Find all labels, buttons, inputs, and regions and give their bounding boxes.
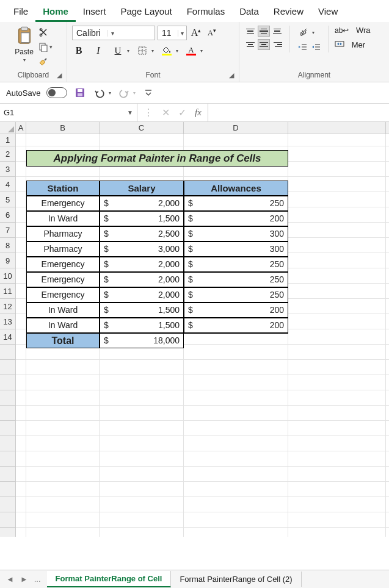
qat-customize-icon[interactable] bbox=[142, 86, 155, 99]
row-header[interactable]: 3 bbox=[0, 162, 16, 177]
chevron-down-icon[interactable]: ▾ bbox=[312, 30, 314, 35]
tab-insert[interactable]: Insert bbox=[76, 4, 114, 22]
cell-salary[interactable]: $3,000 bbox=[100, 242, 184, 257]
row-header[interactable] bbox=[0, 345, 16, 360]
tab-review[interactable]: Review bbox=[266, 4, 311, 22]
enter-formula-icon[interactable]: ✓ bbox=[178, 107, 186, 118]
underline-button[interactable]: U bbox=[111, 44, 125, 57]
select-all-triangle[interactable] bbox=[0, 122, 16, 134]
column-header[interactable]: C bbox=[100, 122, 184, 134]
row-header[interactable] bbox=[0, 451, 16, 467]
row-header[interactable]: 14 bbox=[0, 329, 16, 345]
tab-view[interactable]: View bbox=[311, 4, 345, 22]
wrap-text-button[interactable]: ab↩ Wra bbox=[335, 26, 371, 35]
column-header[interactable]: A bbox=[16, 122, 26, 134]
chevron-down-icon[interactable]: ▼ bbox=[127, 109, 133, 116]
total-label[interactable]: Total bbox=[26, 333, 100, 348]
cell-salary[interactable]: $2,500 bbox=[100, 226, 184, 242]
row-header[interactable] bbox=[0, 421, 16, 436]
chevron-down-icon[interactable]: ▾ bbox=[176, 48, 178, 54]
cell-station[interactable]: Emergency bbox=[26, 257, 100, 272]
row-header[interactable]: 1 bbox=[0, 134, 16, 146]
formula-bar[interactable] bbox=[208, 104, 389, 121]
row-header[interactable]: 5 bbox=[0, 192, 16, 207]
row-header[interactable] bbox=[0, 528, 16, 537]
copy-icon[interactable]: ▾ bbox=[38, 40, 53, 54]
row-header[interactable]: 4 bbox=[0, 177, 16, 192]
cell-allowance[interactable]: $200 bbox=[184, 211, 288, 226]
row-header[interactable] bbox=[0, 512, 16, 528]
chevron-down-icon[interactable]: ▾ bbox=[127, 48, 129, 54]
paste-label[interactable]: Paste bbox=[15, 48, 34, 56]
row-header[interactable]: 6 bbox=[0, 207, 16, 223]
cell-station[interactable]: Pharmacy bbox=[26, 226, 100, 242]
italic-button[interactable]: I bbox=[92, 44, 105, 57]
sheet-tab-active[interactable]: Format PainterRange of Cell bbox=[47, 571, 172, 587]
cell-station[interactable]: In Ward bbox=[26, 303, 100, 318]
autosave-toggle[interactable] bbox=[46, 87, 67, 98]
total-salary[interactable]: $18,000 bbox=[100, 333, 184, 348]
tab-file[interactable]: File bbox=[6, 4, 35, 22]
orientation-icon[interactable]: ab bbox=[296, 26, 310, 39]
header-station[interactable]: Station bbox=[26, 181, 100, 196]
font-name-select[interactable]: Calibri▾ bbox=[72, 26, 155, 40]
tab-formulas[interactable]: Formulas bbox=[180, 4, 233, 22]
align-right-icon[interactable] bbox=[271, 39, 283, 50]
row-header[interactable]: 10 bbox=[0, 268, 16, 284]
row-header[interactable] bbox=[0, 375, 16, 390]
cell-allowance[interactable]: $250 bbox=[184, 272, 288, 287]
worksheet-grid[interactable]: ABCD 1234567891011121314 Applying Format… bbox=[0, 122, 389, 537]
next-sheet-icon[interactable]: ► bbox=[20, 575, 28, 584]
tab-home[interactable]: Home bbox=[35, 4, 76, 22]
row-header[interactable]: 2 bbox=[0, 146, 16, 162]
row-header[interactable] bbox=[0, 467, 16, 482]
cancel-formula-icon[interactable]: ✕ bbox=[162, 107, 170, 118]
save-icon[interactable] bbox=[73, 86, 87, 99]
header-allowances[interactable]: Allowances bbox=[184, 181, 288, 196]
format-painter-icon[interactable] bbox=[38, 55, 53, 68]
chevron-down-icon[interactable]: ▾ bbox=[178, 30, 186, 37]
cell-allowance[interactable]: $250 bbox=[184, 287, 288, 303]
cell-station[interactable]: Emergency bbox=[26, 272, 100, 287]
align-middle-icon[interactable] bbox=[258, 26, 270, 37]
row-header[interactable]: 9 bbox=[0, 253, 16, 268]
tab-data[interactable]: Data bbox=[232, 4, 266, 22]
chevron-down-icon[interactable]: ▾ bbox=[107, 30, 118, 37]
paste-icon[interactable] bbox=[14, 26, 35, 46]
fill-color-icon[interactable] bbox=[160, 44, 173, 57]
increase-indent-icon[interactable] bbox=[310, 41, 322, 52]
cell-station[interactable]: In Ward bbox=[26, 211, 100, 226]
column-header[interactable] bbox=[288, 122, 386, 134]
total-allow-blank[interactable] bbox=[184, 333, 288, 348]
table-title[interactable]: Applying Format Painter in Range of Cell… bbox=[26, 150, 288, 167]
cell-salary[interactable]: $1,500 bbox=[100, 303, 184, 318]
row-header[interactable] bbox=[0, 406, 16, 421]
cell-salary[interactable]: $2,000 bbox=[100, 272, 184, 287]
font-size-select[interactable]: 11▾ bbox=[158, 26, 187, 40]
paste-dropdown-icon[interactable]: ▾ bbox=[23, 57, 26, 63]
fx-icon[interactable]: fx bbox=[195, 107, 202, 118]
cell-salary[interactable]: $2,000 bbox=[100, 287, 184, 303]
name-box[interactable]: G1▼ bbox=[0, 104, 137, 121]
cell-salary[interactable]: $1,500 bbox=[100, 318, 184, 333]
sheet-tab-2[interactable]: Format PainterRange of Cell (2) bbox=[171, 572, 301, 587]
font-color-icon[interactable]: A bbox=[184, 44, 198, 57]
row-header[interactable] bbox=[0, 497, 16, 512]
cell-allowance[interactable]: $250 bbox=[184, 257, 288, 272]
row-header[interactable] bbox=[0, 482, 16, 497]
cell-allowance[interactable]: $250 bbox=[184, 196, 288, 211]
row-header[interactable] bbox=[0, 390, 16, 406]
column-header[interactable] bbox=[386, 122, 389, 134]
prev-sheet-icon[interactable]: ◄ bbox=[6, 575, 14, 584]
sheet-overflow-icon[interactable]: ... bbox=[34, 575, 41, 584]
cell-allowance[interactable]: $300 bbox=[184, 226, 288, 242]
cell-station[interactable]: Emergency bbox=[26, 196, 100, 211]
cell-salary[interactable]: $2,000 bbox=[100, 196, 184, 211]
decrease-indent-icon[interactable] bbox=[296, 41, 308, 52]
align-center-icon[interactable] bbox=[258, 39, 270, 50]
cell-allowance[interactable]: $200 bbox=[184, 303, 288, 318]
cell-allowance[interactable]: $200 bbox=[184, 318, 288, 333]
cell-salary[interactable]: $2,000 bbox=[100, 257, 184, 272]
row-header[interactable] bbox=[0, 360, 16, 375]
row-header[interactable]: 8 bbox=[0, 238, 16, 253]
